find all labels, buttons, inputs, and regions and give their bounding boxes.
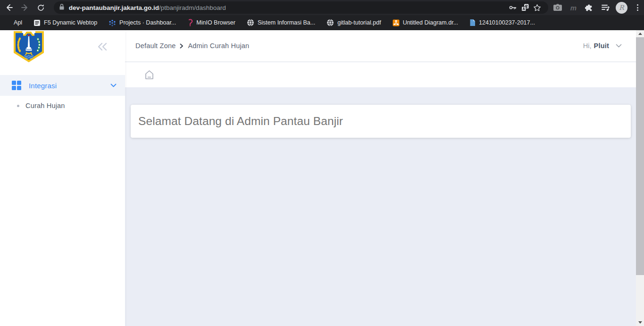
globe-icon [247,19,254,26]
avatar-monogram: R [616,2,627,14]
username-text: Pluit [594,42,609,50]
bookmark-untitled-diagram[interactable]: Untitled Diagram.dr... [387,17,464,29]
screenshot-camera-icon[interactable] [551,1,564,14]
sidebar-collapse-icon[interactable] [97,42,109,51]
breadcrumb-chevron-icon [180,43,184,49]
browser-menu-icon[interactable] [631,1,644,14]
bookmark-star-icon[interactable] [531,1,544,14]
scrollbar-up-arrow[interactable] [636,30,644,37]
extension-badge-letter: m [570,4,577,12]
submenu-item-label: Curah Hujan [25,102,65,109]
back-icon[interactable] [2,1,16,14]
bookmark-label: 12410100237-2017... [479,19,535,26]
grid-icon [12,81,21,90]
extensions-puzzle-icon[interactable] [583,1,596,14]
welcome-card: Selamat Datang di Admin Pantau Banjir [131,105,631,138]
media-controls-icon[interactable] [599,1,612,14]
url-domain: dev-pantaubanjir.jakarta.go.id [69,4,159,11]
bookmark-label: MinIO Browser [196,19,235,26]
bookmark-sistem-informasi[interactable]: Sistem Informasi Ba... [241,17,321,29]
https-lock-icon[interactable] [59,3,65,12]
bookmarks-bar: Apl F5 Dynamic Webtop Projects · Dashboa… [0,15,644,30]
page-header: Default Zone Admin Curah Hujan Hi, Pluit [125,30,636,62]
bookmark-apps[interactable]: Apl [5,17,28,29]
browser-toolbar: dev-pantaubanjir.jakarta.go.id/ptbanjira… [0,0,644,15]
bookmark-label: Apl [14,19,22,26]
sidebar: Integrasi Curah Hujan [0,30,125,326]
translate-icon[interactable] [519,1,531,14]
bookmark-projects-dashboard[interactable]: Projects · Dashboar... [103,17,182,29]
page-viewport: Integrasi Curah Hujan Default Zone Admin… [0,30,644,326]
refresh-icon[interactable] [34,1,48,14]
bookmark-label: gitlab-tutorial.pdf [337,19,381,26]
disabled-extension-icon[interactable]: m [567,1,580,14]
sidebar-item-label: Integrasi [29,82,110,90]
bookmark-minio[interactable]: MinIO Browser [182,17,241,29]
bookmark-label: Untitled Diagram.dr... [403,19,458,26]
user-chevron-down-icon [616,44,622,48]
bookmark-label: Sistem Informasi Ba... [258,19,315,26]
url-text: dev-pantaubanjir.jakarta.go.id/ptbanjira… [69,4,507,11]
globe-icon [326,19,334,26]
url-path: /ptbanjiradm/dashboard [159,4,226,11]
jakarta-emblem-logo [13,31,45,68]
user-menu[interactable]: Hi, Pluit [583,42,622,50]
blue-dots-icon [109,19,116,26]
profile-avatar[interactable]: R [615,1,628,14]
secondary-bar [125,62,636,87]
password-key-icon[interactable] [507,1,519,14]
file-icon [469,19,476,26]
sidebar-subitem-curah-hujan[interactable]: Curah Hujan [0,96,125,116]
breadcrumb: Default Zone Admin Curah Hujan [135,42,583,50]
chevron-down-icon [110,84,117,88]
bookmark-label: F5 Dynamic Webtop [44,19,97,26]
bookmark-gitlab-tutorial[interactable]: gitlab-tutorial.pdf [321,17,386,29]
screenshot-root: dev-pantaubanjir.jakarta.go.id/ptbanjira… [0,0,644,326]
scrollbar-thumb[interactable] [636,37,644,275]
breadcrumb-zone[interactable]: Default Zone [135,42,176,50]
scrollbar-down-arrow[interactable] [636,319,644,326]
main-content: Selamat Datang di Admin Pantau Banjir [125,87,636,326]
address-bar[interactable]: dev-pantaubanjir.jakarta.go.id/ptbanjira… [54,1,548,14]
flamingo-icon [187,19,193,26]
home-icon[interactable] [145,70,154,80]
bookmark-label: Projects · Dashboar... [119,19,176,26]
bookmark-f5-webtop[interactable]: F5 Dynamic Webtop [28,17,103,29]
forward-icon[interactable] [18,1,32,14]
page-scrollbar[interactable] [636,30,644,326]
bullet-icon [17,105,19,107]
greeting-text: Hi, [583,42,592,50]
drawio-icon [393,19,400,26]
welcome-title: Selamat Datang di Admin Pantau Banjir [138,115,343,128]
bookmark-numbered-file[interactable]: 12410100237-2017... [464,17,541,29]
sidebar-item-integrasi[interactable]: Integrasi [0,75,125,96]
breadcrumb-current: Admin Curah Hujan [188,42,249,50]
document-icon [33,19,41,26]
kebab-dots [637,4,638,11]
